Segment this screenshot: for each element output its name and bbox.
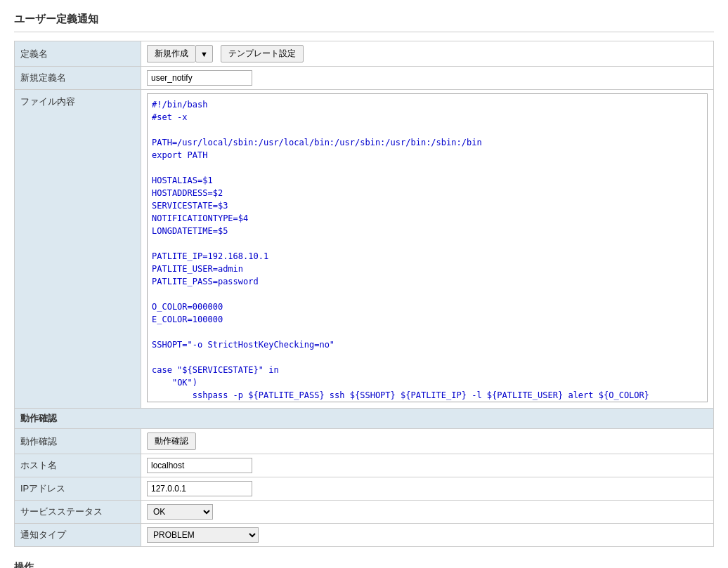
ip-value: [141, 477, 714, 501]
action-confirm-header-row: 動作確認: [15, 409, 714, 429]
notify-type-value: PROBLEM RECOVERY ACKNOWLEDGEMENT: [141, 524, 714, 547]
host-value: [141, 454, 714, 477]
new-definition-name-value: [141, 67, 714, 90]
new-definition-input[interactable]: [147, 70, 252, 86]
service-status-label: サービスステータス: [15, 501, 141, 524]
ip-label: IPアドレス: [15, 477, 141, 501]
ip-input[interactable]: [147, 481, 252, 496]
host-label: ホスト名: [15, 454, 141, 477]
new-definition-button[interactable]: 新規作成: [147, 45, 195, 62]
service-status-value: OK WARNING CRITICAL UNKNOWN: [141, 501, 714, 524]
action-confirm-row: 動作確認 動作確認: [15, 429, 714, 454]
action-confirm-btn-cell: 動作確認: [141, 429, 714, 454]
operations-section-title: 操作: [14, 554, 714, 568]
definition-name-label: 定義名: [15, 41, 141, 67]
file-content-row: ファイル内容 #!/bin/bash #set -x PATH=/usr/loc…: [15, 90, 714, 409]
notify-type-label: 通知タイプ: [15, 524, 141, 547]
definition-name-value: 新規作成 ▼ テンプレート設定: [141, 41, 714, 67]
action-confirm-section-label: 動作確認: [15, 409, 714, 429]
definition-name-row: 定義名 新規作成 ▼ テンプレート設定: [15, 41, 714, 67]
action-confirm-button[interactable]: 動作確認: [147, 432, 196, 450]
notify-type-select[interactable]: PROBLEM RECOVERY ACKNOWLEDGEMENT: [147, 527, 259, 543]
ip-row: IPアドレス: [15, 477, 714, 501]
definition-dropdown-arrow[interactable]: ▼: [195, 45, 213, 62]
file-content-label: ファイル内容: [15, 90, 141, 409]
template-settings-button[interactable]: テンプレート設定: [221, 45, 304, 62]
definition-btn-group: 新規作成 ▼: [147, 45, 213, 62]
host-input[interactable]: [147, 458, 252, 473]
service-status-row: サービスステータス OK WARNING CRITICAL UNKNOWN: [15, 501, 714, 524]
textarea-container: #!/bin/bash #set -x PATH=/usr/local/sbin…: [147, 93, 708, 404]
page-title: ユーザー定義通知: [14, 7, 714, 32]
form-table: 定義名 新規作成 ▼ テンプレート設定 新規定義名 フ: [14, 41, 714, 547]
file-content-textarea[interactable]: #!/bin/bash #set -x PATH=/usr/local/sbin…: [147, 93, 708, 402]
action-confirm-btn-label-cell: 動作確認: [15, 429, 141, 454]
new-definition-name-label: 新規定義名: [15, 67, 141, 90]
notify-type-row: 通知タイプ PROBLEM RECOVERY ACKNOWLEDGEMENT: [15, 524, 714, 547]
file-content-value: #!/bin/bash #set -x PATH=/usr/local/sbin…: [141, 90, 714, 409]
service-status-select[interactable]: OK WARNING CRITICAL UNKNOWN: [147, 504, 213, 520]
host-row: ホスト名: [15, 454, 714, 477]
new-definition-name-row: 新規定義名: [15, 67, 714, 90]
